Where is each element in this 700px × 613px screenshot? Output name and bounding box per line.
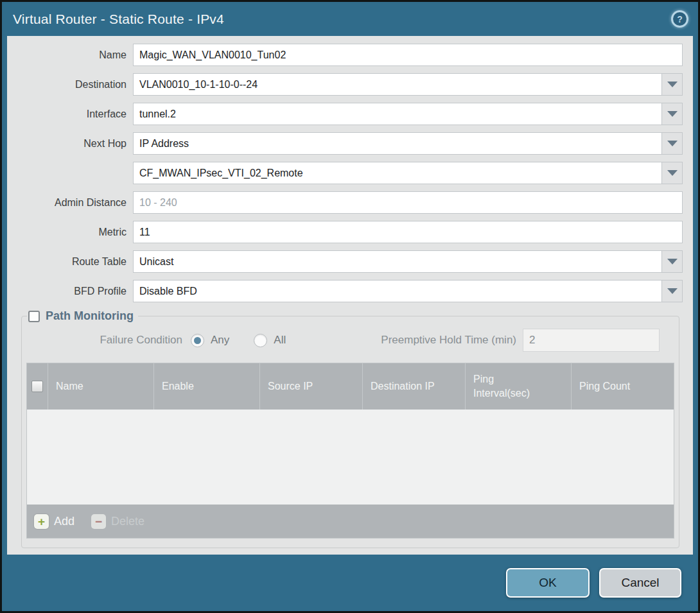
form-row-route-table: Route Table xyxy=(7,250,683,273)
interface-dropdown-button[interactable] xyxy=(661,103,683,125)
header-cell-enable: Enable xyxy=(154,363,260,410)
add-button-label: Add xyxy=(54,515,74,528)
chevron-down-icon xyxy=(667,288,678,294)
header-cell-name: Name xyxy=(48,363,154,410)
chevron-down-icon xyxy=(667,141,678,146)
failure-condition-row: Failure Condition Any All Preemptive Hol… xyxy=(26,329,674,352)
admin-distance-label: Admin Distance xyxy=(7,197,133,209)
admin-distance-input[interactable] xyxy=(134,192,682,213)
admin-distance-field xyxy=(133,191,683,214)
metric-field xyxy=(133,221,683,243)
hold-time-label: Preemptive Hold Time (min) xyxy=(381,334,523,347)
failure-condition-all-label: All xyxy=(274,334,286,347)
chevron-down-icon xyxy=(667,111,678,117)
chevron-down-icon xyxy=(667,170,678,176)
form-row-next-hop-value xyxy=(7,162,683,184)
column-label: Name xyxy=(56,381,83,392)
add-button[interactable]: + Add xyxy=(34,514,74,529)
route-table-input[interactable] xyxy=(134,251,661,272)
column-label: Ping Interval(sec) xyxy=(473,372,543,400)
next-hop-value-input[interactable] xyxy=(134,162,661,184)
bfd-profile-input[interactable] xyxy=(134,281,661,302)
failure-condition-label: Failure Condition xyxy=(26,334,191,347)
failure-condition-radio-all[interactable] xyxy=(254,334,267,347)
select-all-checkbox[interactable] xyxy=(31,381,43,392)
dialog-title: Virtual Router - Static Route - IPv4 xyxy=(13,12,224,27)
failure-condition-any-label: Any xyxy=(211,334,229,347)
plus-icon: + xyxy=(34,514,49,529)
hold-time-input[interactable] xyxy=(523,329,660,352)
header-cell-ping-count: Ping Count xyxy=(572,363,674,410)
name-field xyxy=(133,44,683,66)
dialog-titlebar: Virtual Router - Static Route - IPv4 ? xyxy=(2,2,698,36)
help-question-glyph: ? xyxy=(673,12,687,26)
delete-button-label: Delete xyxy=(111,515,144,528)
cancel-button[interactable]: Cancel xyxy=(599,568,681,598)
dialog-footer: OK Cancel xyxy=(2,555,698,611)
static-route-dialog: Virtual Router - Static Route - IPv4 ? N… xyxy=(0,0,700,613)
failure-condition-radio-any[interactable] xyxy=(191,334,204,347)
table-footer: + Add − Delete xyxy=(27,505,674,538)
table-body-empty xyxy=(27,410,674,505)
column-label: Destination IP xyxy=(371,381,435,392)
destination-field xyxy=(133,73,683,96)
path-monitoring-checkbox[interactable] xyxy=(28,311,40,322)
form-row-next-hop: Next Hop xyxy=(7,132,683,155)
column-label: Ping Count xyxy=(579,381,630,392)
interface-input[interactable] xyxy=(134,103,661,125)
dialog-body: Name Destination Interface xyxy=(7,36,693,555)
next-hop-value-dropdown-button[interactable] xyxy=(661,162,683,184)
form-row-metric: Metric xyxy=(7,221,683,243)
route-table-field xyxy=(133,250,683,273)
header-cell-source-ip: Source IP xyxy=(260,363,363,410)
destination-input[interactable] xyxy=(134,74,661,95)
table-header: Name Enable Source IP Destination IP Pin… xyxy=(27,363,674,410)
path-monitoring-legend: Path Monitoring xyxy=(27,309,138,323)
chevron-down-icon xyxy=(667,259,678,264)
column-label: Enable xyxy=(162,381,194,392)
destination-label: Destination xyxy=(7,79,133,91)
help-icon[interactable]: ? xyxy=(671,10,688,28)
interface-label: Interface xyxy=(7,108,133,120)
path-monitoring-section: Path Monitoring Failure Condition Any Al… xyxy=(21,309,679,548)
bfd-profile-field xyxy=(133,280,683,302)
delete-button[interactable]: − Delete xyxy=(91,514,144,529)
header-cell-destination-ip: Destination IP xyxy=(363,363,466,410)
route-table-label: Route Table xyxy=(7,256,133,268)
header-cell-ping-interval: Ping Interval(sec) xyxy=(466,363,572,410)
form-row-bfd-profile: BFD Profile xyxy=(7,280,683,302)
next-hop-type-dropdown-button[interactable] xyxy=(661,132,683,155)
bfd-profile-label: BFD Profile xyxy=(7,286,133,297)
form-row-interface: Interface xyxy=(7,103,683,125)
next-hop-type-field xyxy=(133,132,683,155)
destination-dropdown-button[interactable] xyxy=(661,73,683,96)
form-row-admin-distance: Admin Distance xyxy=(7,191,683,214)
hold-time-group: Preemptive Hold Time (min) xyxy=(381,329,674,352)
column-label: Source IP xyxy=(268,381,313,392)
name-input[interactable] xyxy=(134,44,682,65)
header-cell-select xyxy=(27,363,48,410)
next-hop-value-field xyxy=(133,162,683,184)
name-label: Name xyxy=(7,49,133,61)
metric-label: Metric xyxy=(7,227,133,238)
interface-field xyxy=(133,103,683,125)
route-table-dropdown-button[interactable] xyxy=(661,250,683,273)
form-row-name: Name xyxy=(7,44,683,66)
bfd-profile-dropdown-button[interactable] xyxy=(661,280,683,302)
next-hop-type-input[interactable] xyxy=(134,133,661,154)
next-hop-label: Next Hop xyxy=(7,138,133,150)
metric-input[interactable] xyxy=(134,221,682,243)
path-monitoring-title: Path Monitoring xyxy=(46,309,134,323)
minus-icon: − xyxy=(91,514,106,529)
chevron-down-icon xyxy=(667,82,678,87)
ok-button[interactable]: OK xyxy=(506,568,590,598)
form-row-destination: Destination xyxy=(7,73,683,96)
path-monitoring-table: Name Enable Source IP Destination IP Pin… xyxy=(26,363,674,539)
